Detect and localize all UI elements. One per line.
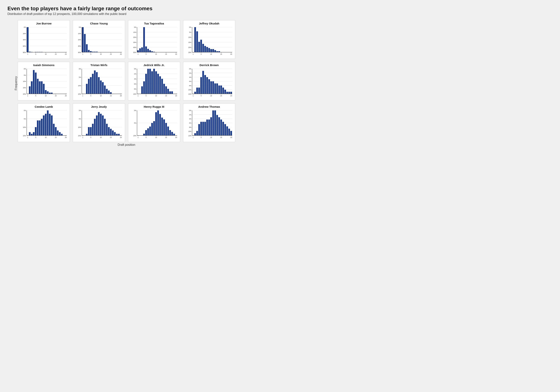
player-chart: Ceedee Lamb15%10%5%0%15101520 xyxy=(18,103,70,142)
svg-text:30%: 30% xyxy=(78,45,81,47)
svg-rect-278 xyxy=(161,79,163,94)
player-name: Chase Young xyxy=(74,22,123,25)
svg-rect-191 xyxy=(45,90,47,94)
svg-rect-229 xyxy=(96,72,98,94)
svg-rect-448 xyxy=(173,134,175,136)
svg-rect-226 xyxy=(90,77,92,94)
svg-rect-364 xyxy=(51,115,53,135)
svg-rect-434 xyxy=(145,130,147,136)
svg-rect-404 xyxy=(106,124,108,136)
svg-rect-99 xyxy=(143,27,145,52)
player-chart: Derrick Brown12%10%8%6%4%2%0%15101520 xyxy=(183,62,235,101)
svg-rect-495 xyxy=(230,131,232,135)
svg-rect-363 xyxy=(49,114,50,135)
svg-text:1: 1 xyxy=(193,95,194,97)
svg-text:15: 15 xyxy=(220,53,222,55)
svg-text:15%: 15% xyxy=(188,41,191,43)
svg-text:20: 20 xyxy=(65,53,67,55)
chart-grid: Joe Burrow80%60%40%20%0%15101520Chase Yo… xyxy=(18,20,235,142)
svg-text:10%: 10% xyxy=(133,135,136,136)
svg-text:1: 1 xyxy=(27,53,28,55)
player-name: Derrick Brown xyxy=(185,63,233,67)
chart-subtitle: Distribution of draft position of top 12… xyxy=(8,12,235,16)
svg-rect-367 xyxy=(57,131,59,136)
svg-rect-435 xyxy=(147,128,149,135)
svg-text:8%: 8% xyxy=(134,88,136,90)
svg-text:5: 5 xyxy=(90,95,91,97)
svg-text:10: 10 xyxy=(155,95,157,97)
svg-rect-494 xyxy=(228,129,230,136)
svg-text:20: 20 xyxy=(230,136,232,138)
svg-text:5: 5 xyxy=(201,136,202,138)
svg-rect-407 xyxy=(112,131,114,136)
y-axis-label: Frequency xyxy=(14,76,18,90)
svg-rect-52 xyxy=(82,27,84,52)
svg-rect-324 xyxy=(216,83,218,94)
svg-text:5%: 5% xyxy=(79,76,81,78)
svg-rect-396 xyxy=(90,127,92,136)
svg-rect-490 xyxy=(220,120,222,135)
svg-text:10: 10 xyxy=(45,136,47,138)
svg-rect-281 xyxy=(167,89,169,94)
svg-text:10%: 10% xyxy=(188,131,191,132)
svg-text:5: 5 xyxy=(201,53,202,55)
svg-rect-402 xyxy=(102,115,104,135)
svg-rect-272 xyxy=(149,69,151,94)
svg-text:5: 5 xyxy=(201,95,202,97)
svg-rect-444 xyxy=(165,123,167,136)
svg-rect-401 xyxy=(100,114,102,135)
svg-rect-144 xyxy=(200,40,202,52)
svg-rect-368 xyxy=(59,132,61,136)
player-chart: Tristan Wirfs15%10%5%0%15101520 xyxy=(73,62,125,101)
svg-text:80%: 80% xyxy=(23,51,26,53)
svg-text:1: 1 xyxy=(82,136,83,138)
svg-rect-10 xyxy=(27,27,29,52)
svg-text:12%: 12% xyxy=(188,135,191,136)
svg-text:20: 20 xyxy=(230,95,232,97)
player-chart: Chase Young40%30%20%10%0%15101520 xyxy=(73,20,125,59)
svg-rect-271 xyxy=(147,69,149,94)
svg-rect-489 xyxy=(218,117,220,136)
svg-rect-488 xyxy=(216,115,218,136)
svg-text:2%: 2% xyxy=(189,72,191,74)
svg-text:20%: 20% xyxy=(133,36,136,38)
svg-rect-362 xyxy=(47,110,49,135)
svg-rect-54 xyxy=(86,44,88,52)
svg-rect-153 xyxy=(218,51,220,52)
svg-text:5: 5 xyxy=(35,53,36,55)
svg-rect-369 xyxy=(61,134,63,136)
svg-rect-409 xyxy=(116,134,118,136)
svg-rect-477 xyxy=(194,133,196,135)
svg-rect-233 xyxy=(104,85,106,94)
svg-text:15: 15 xyxy=(220,136,222,138)
svg-text:15: 15 xyxy=(55,95,57,97)
svg-rect-141 xyxy=(194,27,196,52)
svg-rect-316 xyxy=(200,77,202,94)
svg-rect-441 xyxy=(159,114,161,136)
svg-rect-101 xyxy=(147,49,149,52)
svg-text:0%: 0% xyxy=(189,26,191,28)
svg-text:10: 10 xyxy=(100,53,102,55)
svg-rect-314 xyxy=(196,88,198,94)
svg-text:5: 5 xyxy=(90,136,91,138)
svg-rect-98 xyxy=(141,47,143,52)
svg-rect-236 xyxy=(110,92,112,94)
svg-rect-189 xyxy=(41,81,42,94)
svg-text:1: 1 xyxy=(27,95,28,97)
svg-rect-403 xyxy=(104,119,106,136)
svg-text:10%: 10% xyxy=(133,31,136,33)
player-name: Tristan Wirfs xyxy=(74,63,123,67)
svg-text:50%: 50% xyxy=(133,51,136,53)
svg-text:15: 15 xyxy=(220,95,222,97)
svg-rect-485 xyxy=(210,117,212,136)
svg-rect-103 xyxy=(151,51,153,52)
svg-text:10: 10 xyxy=(155,136,157,138)
svg-text:20: 20 xyxy=(175,136,177,138)
svg-text:0%: 0% xyxy=(24,68,26,70)
svg-rect-327 xyxy=(222,88,224,94)
svg-rect-447 xyxy=(171,132,173,135)
player-name: Jerry Jeudy xyxy=(74,105,123,108)
player-name: Jeffrey Okudah xyxy=(185,22,233,25)
svg-text:10%: 10% xyxy=(188,89,191,91)
svg-text:15%: 15% xyxy=(23,135,26,136)
